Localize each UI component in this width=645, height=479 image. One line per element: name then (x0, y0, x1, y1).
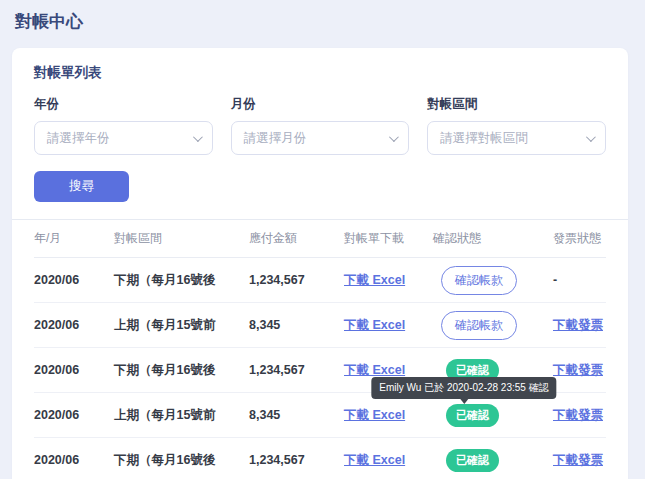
confirm-button[interactable]: 確認帳款 (441, 266, 517, 295)
year-month-cell: 2020/06 (34, 273, 114, 287)
col-invoice-status: 發票狀態 (553, 230, 606, 247)
invoice-download-link[interactable]: 下載發票 (553, 318, 603, 332)
year-month-cell: 2020/06 (34, 408, 114, 422)
excel-download-link[interactable]: 下載 Excel (344, 363, 405, 377)
invoice-cell: 下載發票 (553, 317, 606, 334)
excel-download-link[interactable]: 下載 Excel (344, 273, 405, 287)
month-select-placeholder: 請選擇月份 (244, 130, 382, 147)
amount-cell: 1,234,567 (249, 273, 344, 287)
year-label: 年份 (34, 96, 213, 113)
invoice-download-link[interactable]: 下載發票 (553, 453, 603, 467)
filter-year: 年份 請選擇年份 (34, 96, 213, 155)
col-amount: 應付金額 (249, 230, 344, 247)
download-cell: 下載 Excel (344, 452, 433, 469)
year-select[interactable]: 請選擇年份 (34, 121, 213, 155)
month-label: 月份 (231, 96, 410, 113)
table-row: 2020/06 上期（每月15號前 8,345 下載 Excel 確認帳款 下載… (34, 303, 606, 348)
excel-download-link[interactable]: 下載 Excel (344, 408, 405, 422)
period-cell: 下期（每月16號後 (114, 452, 249, 469)
tooltip: Emily Wu 已於 2020-02-28 23:55 確認 (371, 377, 556, 399)
period-cell: 上期（每月15號前 (114, 317, 249, 334)
year-month-cell: 2020/06 (34, 318, 114, 332)
year-select-placeholder: 請選擇年份 (47, 130, 185, 147)
period-cell: 上期（每月15號前 (114, 407, 249, 424)
month-select[interactable]: 請選擇月份 (231, 121, 410, 155)
status-cell: 已確認 Emily Wu 已於 2020-02-28 23:55 確認 (433, 404, 553, 427)
col-confirm-status: 確認狀態 (433, 230, 553, 247)
amount-cell: 1,234,567 (249, 453, 344, 467)
download-cell: 下載 Excel (344, 407, 433, 424)
chevron-down-icon (389, 132, 399, 142)
amount-cell: 8,345 (249, 408, 344, 422)
table-row: 2020/06 下期（每月16號後 1,234,567 下載 Excel 已確認… (34, 438, 606, 479)
statement-panel: 對帳單列表 年份 請選擇年份 月份 請選擇月份 對帳區間 請選擇對帳區間 搜尋 (12, 48, 628, 479)
invoice-status-text: - (553, 273, 557, 287)
tooltip-arrow (460, 399, 468, 404)
confirmed-badge[interactable]: 已確認 (446, 404, 499, 427)
year-month-cell: 2020/06 (34, 453, 114, 467)
amount-cell: 8,345 (249, 318, 344, 332)
filter-bar: 年份 請選擇年份 月份 請選擇月份 對帳區間 請選擇對帳區間 (34, 96, 606, 155)
period-cell: 下期（每月16號後 (114, 362, 249, 379)
status-cell: 已確認 (433, 449, 553, 472)
status-cell: 確認帳款 (433, 311, 553, 340)
excel-download-link[interactable]: 下載 Excel (344, 453, 405, 467)
col-download: 對帳單下載 (344, 230, 433, 247)
period-select[interactable]: 請選擇對帳區間 (427, 121, 606, 155)
col-year-month: 年/月 (34, 230, 114, 247)
period-cell: 下期（每月16號後 (114, 272, 249, 289)
chevron-down-icon (586, 132, 596, 142)
col-period: 對帳區間 (114, 230, 249, 247)
tooltip-text: Emily Wu 已於 2020-02-28 23:55 確認 (379, 382, 548, 393)
chevron-down-icon (193, 132, 203, 142)
download-cell: 下載 Excel (344, 272, 433, 289)
table-row: 2020/06 下期（每月16號後 1,234,567 下載 Excel 確認帳… (34, 258, 606, 303)
period-select-placeholder: 請選擇對帳區間 (440, 130, 578, 147)
status-cell: 確認帳款 (433, 266, 553, 295)
page-title: 對帳中心 (15, 10, 83, 33)
invoice-download-link[interactable]: 下載發票 (553, 363, 603, 377)
invoice-cell: 下載發票 (553, 452, 606, 469)
amount-cell: 1,234,567 (249, 363, 344, 377)
excel-download-link[interactable]: 下載 Excel (344, 318, 405, 332)
search-button[interactable]: 搜尋 (34, 171, 129, 202)
table-header: 年/月 對帳區間 應付金額 對帳單下載 確認狀態 發票狀態 (34, 220, 606, 258)
download-cell: 下載 Excel (344, 317, 433, 334)
confirmed-badge[interactable]: 已確認 (446, 449, 499, 472)
period-label: 對帳區間 (427, 96, 606, 113)
invoice-cell: - (553, 273, 606, 287)
section-title: 對帳單列表 (34, 64, 606, 82)
invoice-download-link[interactable]: 下載發票 (553, 408, 603, 422)
filter-month: 月份 請選擇月份 (231, 96, 410, 155)
invoice-cell: 下載發票 (553, 362, 606, 379)
filter-period: 對帳區間 請選擇對帳區間 (427, 96, 606, 155)
table-row: 2020/06 上期（每月15號前 8,345 下載 Excel 已確認 Emi… (34, 393, 606, 438)
invoice-cell: 下載發票 (553, 407, 606, 424)
table-body: 2020/06 下期（每月16號後 1,234,567 下載 Excel 確認帳… (34, 258, 606, 479)
year-month-cell: 2020/06 (34, 363, 114, 377)
confirm-button[interactable]: 確認帳款 (441, 311, 517, 340)
